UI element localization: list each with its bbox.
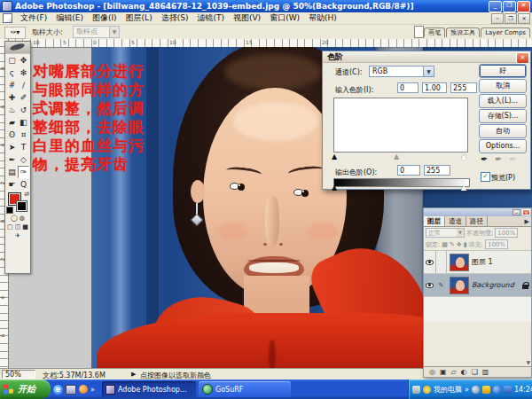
doc-minimize-button[interactable]: ─ (491, 13, 504, 24)
fullscreen-menubar-button[interactable]: ◫ (15, 223, 21, 231)
black-point-eyedropper-icon[interactable]: ✒ (481, 154, 488, 164)
swap-colors-icon[interactable]: ⇄ (24, 191, 29, 198)
minimize-button[interactable]: _ (489, 1, 502, 12)
levels-dialog-title[interactable]: 色阶 (323, 51, 530, 63)
preview-checkbox[interactable]: ✓ (481, 172, 490, 182)
hand-tool[interactable]: ☛ (6, 178, 18, 191)
adjustment-layer-icon[interactable]: ◐ (461, 368, 467, 376)
opacity-field[interactable]: 100% (495, 228, 518, 238)
sample-size-select[interactable]: 取样点 ▼ (73, 26, 120, 38)
standard-mode-button[interactable]: ◯ (11, 214, 18, 223)
menu-file[interactable]: 文件(F) (16, 12, 51, 24)
input-gamma-field[interactable]: 1.00 (422, 82, 447, 93)
tab-layers[interactable]: 图层 (424, 216, 445, 226)
eraser-tool[interactable]: ▰ (6, 116, 18, 129)
lock-all-icon[interactable]: ▮ (464, 241, 467, 248)
doc-close-button[interactable]: ✕ (518, 13, 530, 24)
palette-minimize-button[interactable]: ─ (512, 209, 520, 215)
menu-edit[interactable]: 编辑(E) (51, 12, 88, 24)
shape-tool[interactable]: ◇ (18, 153, 29, 166)
healing-brush-tool[interactable]: ✚ (6, 91, 18, 104)
brush-tool[interactable]: ✐ (18, 91, 29, 104)
palette-menu-icon[interactable]: ▶ (525, 218, 529, 225)
quick-mask-button[interactable]: ◍ (20, 214, 25, 223)
blend-mode-select[interactable]: 正常▼ (426, 228, 465, 238)
layer-row[interactable]: 图层 1 (424, 251, 531, 274)
lasso-tool[interactable]: ς (6, 66, 18, 79)
maximize-button[interactable]: ❐ (503, 1, 516, 12)
cancel-button[interactable]: 取消 (479, 79, 527, 93)
zoom-tool[interactable]: Q (18, 178, 29, 191)
rectangular-marquee-tool[interactable]: ▢ (6, 54, 18, 66)
channel-select[interactable]: RGB ▼ (369, 66, 434, 77)
gray-point-eyedropper-icon[interactable]: ✒ (495, 154, 502, 164)
menu-select[interactable]: 选择(S) (157, 12, 193, 24)
highlight-slider[interactable]: ▲ (461, 153, 466, 160)
save-button[interactable]: 存储(S)... (479, 109, 527, 123)
menu-help[interactable]: 帮助(H) (304, 12, 341, 24)
layer-thumbnail[interactable] (450, 254, 469, 271)
printer-icon[interactable] (412, 386, 420, 394)
link-cell[interactable] (436, 251, 447, 273)
lock-transparency-icon[interactable]: ▩ (442, 241, 448, 248)
output-highlight-field[interactable]: 255 (424, 165, 450, 176)
pen-tool[interactable]: ✒ (6, 153, 18, 166)
palette-close-button[interactable]: ✕ (522, 209, 530, 215)
menu-filter[interactable]: 滤镜(T) (192, 12, 229, 24)
taskbar-item-photoshop[interactable]: Adobe Photoshop... (102, 381, 196, 397)
midtone-slider[interactable]: ▲ (394, 153, 399, 160)
shadow-slider[interactable]: ▲ (332, 153, 337, 160)
tray-more-icon[interactable]: » (465, 386, 469, 394)
quick-launch-more-icon[interactable]: » (90, 386, 95, 394)
help-icon[interactable] (423, 386, 431, 394)
my-computer-toolbar[interactable]: 我的电脑 (434, 385, 462, 395)
taskbar-item-gosurf[interactable]: GoSuRF (199, 381, 291, 397)
eyedropper-tool[interactable]: ✑ (18, 166, 29, 178)
input-highlight-field[interactable]: 255 (450, 82, 477, 93)
white-point-eyedropper-icon[interactable]: ✒ (509, 154, 516, 164)
input-shadow-field[interactable]: 0 (397, 82, 419, 93)
close-button[interactable]: ✕ (517, 1, 530, 12)
crop-tool[interactable]: # (6, 79, 18, 91)
tray-status-icon[interactable] (472, 386, 480, 394)
menu-image[interactable]: 图像(I) (88, 12, 121, 24)
scrollbar-down-icon[interactable]: ▼ (526, 359, 530, 365)
output-highlight-slider[interactable]: ▲ (461, 184, 466, 192)
slice-tool[interactable]: ∕ (18, 79, 29, 91)
lock-position-icon[interactable]: ✥ (457, 241, 462, 248)
tab-channels[interactable]: 通道 (445, 216, 466, 226)
lock-pixels-icon[interactable]: ✎ (450, 241, 455, 248)
tab-layer-comps[interactable]: Layer Comps (481, 27, 530, 37)
imageready-button[interactable]: ✈ (15, 231, 20, 240)
visibility-cell[interactable] (424, 274, 436, 296)
visibility-cell[interactable] (424, 251, 436, 273)
internet-explorer-icon[interactable]: e (53, 385, 63, 395)
lock-tray-icon[interactable] (482, 386, 490, 394)
doc-restore-button[interactable]: ❐ (505, 13, 517, 24)
dodge-tool[interactable]: ¤ (18, 129, 29, 141)
fill-field[interactable]: 100% (485, 239, 508, 249)
layer-row-selected[interactable]: ✎ Background (424, 274, 531, 297)
new-layer-icon[interactable]: ❏ (472, 368, 478, 376)
layer-name[interactable]: Background (472, 281, 514, 289)
background-color-swatch[interactable] (16, 200, 27, 212)
menu-window[interactable]: 窗口(W) (265, 12, 304, 24)
media-player-icon[interactable] (79, 385, 88, 394)
delete-layer-icon[interactable]: ▥ (482, 368, 489, 376)
eyedropper-tool-chip[interactable]: ✑▾ (4, 27, 26, 39)
gradient-tool[interactable]: ◧ (18, 116, 29, 129)
auto-button[interactable]: 自动 (479, 124, 527, 138)
move-tool[interactable]: ✥ (18, 54, 29, 66)
messenger-icon[interactable] (493, 386, 501, 394)
notes-tool[interactable]: ▤ (6, 166, 18, 178)
show-desktop-icon[interactable] (66, 385, 76, 395)
clone-stamp-tool[interactable]: ♨ (6, 104, 18, 116)
tab-brushes[interactable]: 画笔 (424, 27, 445, 37)
output-shadow-slider[interactable]: ▲ (332, 184, 337, 192)
layer-mask-icon[interactable]: ▣ (440, 368, 447, 376)
start-button[interactable]: 开始 (0, 379, 51, 399)
blur-tool[interactable]: ʘ (6, 129, 18, 141)
menu-view[interactable]: 视图(V) (229, 12, 265, 24)
path-selection-tool[interactable]: ➤ (6, 141, 18, 153)
tab-tool-presets[interactable]: 预设工具 (446, 27, 480, 37)
